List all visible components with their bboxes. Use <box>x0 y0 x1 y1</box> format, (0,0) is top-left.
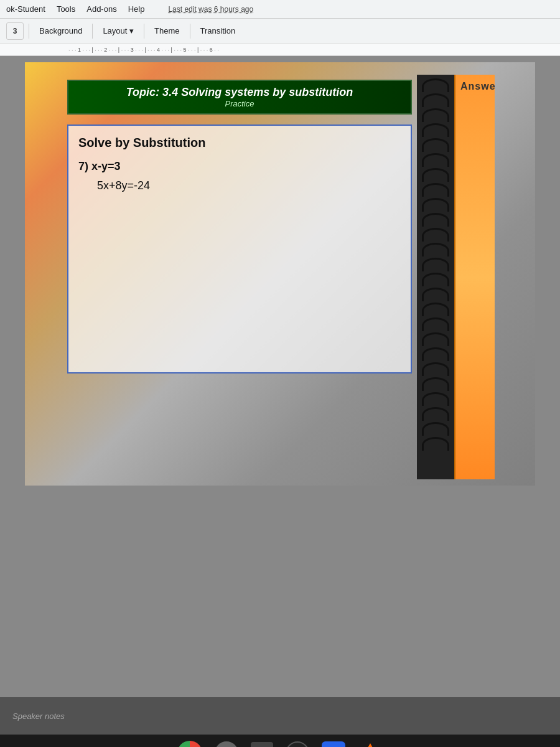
spiral-coil-20 <box>422 362 449 376</box>
apps-icon[interactable] <box>215 741 238 747</box>
spiral-coil-7 <box>422 168 449 182</box>
background-button[interactable]: Background <box>34 24 87 38</box>
chrome-icon[interactable] <box>177 741 202 747</box>
answer-text-wrapper: Answe <box>455 81 495 92</box>
content-heading: Solve by Substitution <box>78 136 401 150</box>
layout-button[interactable]: Layout ▾ <box>98 24 139 38</box>
spiral-binding <box>417 75 454 479</box>
menu-item-tools[interactable]: Tools <box>57 4 75 14</box>
spiral-coil-12 <box>422 243 449 256</box>
ruler: · · · 1 · · · | · · · 2 · · · | · · · 3 … <box>0 44 560 56</box>
problem-number: 7) x-y=3 <box>78 160 401 173</box>
spiral-coil-23 <box>422 407 449 421</box>
spiral-coil-10 <box>422 213 449 227</box>
menu-bar-left: ok-Student Tools Add-ons Help Last edit … <box>6 4 253 14</box>
topic-subtitle: Practice <box>76 99 403 108</box>
spiral-coil-6 <box>422 153 449 167</box>
topic-header: Topic: 3.4 Solving systems by substituti… <box>67 80 412 115</box>
equation: 5x+8y=-24 <box>97 179 401 192</box>
answer-side-area: Answe <box>454 75 495 479</box>
spiral-coil-19 <box>422 347 449 361</box>
transition-button[interactable]: Transition <box>195 24 241 38</box>
spiral-coil-3 <box>422 108 449 122</box>
answer-label: Answe <box>460 81 495 92</box>
menu-bar: ok-Student Tools Add-ons Help Last edit … <box>0 0 560 19</box>
menu-item-title[interactable]: ok-Student <box>6 4 45 14</box>
spiral-coil-8 <box>422 183 449 197</box>
spiral-coil-4 <box>422 123 449 137</box>
spiral-coil-22 <box>422 392 449 406</box>
toolbar-divider-4 <box>190 24 190 39</box>
clock-icon[interactable] <box>286 741 309 747</box>
spiral-coil-1 <box>422 78 449 92</box>
toolbar-divider-3 <box>144 24 144 39</box>
slide-area: Topic: 3.4 Solving systems by substituti… <box>0 56 560 697</box>
spiral-coil-15 <box>422 288 449 301</box>
spiral-coil-2 <box>422 93 449 107</box>
spiral-coil-5 <box>422 138 449 152</box>
speaker-notes-area[interactable]: Speaker notes <box>0 697 560 735</box>
slide-container[interactable]: Topic: 3.4 Solving systems by substituti… <box>25 62 535 486</box>
spiral-coil-13 <box>422 258 449 271</box>
last-edit-text: Last edit was 6 hours ago <box>168 5 253 14</box>
triangle-icon[interactable] <box>358 741 383 747</box>
toolbar-divider-1 <box>29 24 29 39</box>
taskbar: Z <box>0 735 560 747</box>
grid-icon[interactable] <box>251 742 273 747</box>
spiral-coil-21 <box>422 377 449 391</box>
topic-title: Topic: 3.4 Solving systems by substituti… <box>76 86 403 99</box>
slide-number-icon[interactable]: 3 <box>6 22 24 40</box>
menu-item-help[interactable]: Help <box>128 4 145 14</box>
ruler-marks: · · · 1 · · · | · · · 2 · · · | · · · 3 … <box>31 47 219 53</box>
spiral-coil-25 <box>422 437 449 451</box>
speaker-notes-label: Speaker notes <box>12 712 65 721</box>
spiral-coil-24 <box>422 422 449 436</box>
slide-content-layer: Topic: 3.4 Solving systems by substituti… <box>25 62 535 486</box>
spiral-coil-17 <box>422 317 449 331</box>
spiral-coil-9 <box>422 198 449 212</box>
content-box[interactable]: Solve by Substitution 7) x-y=3 5x+8y=-24 <box>67 125 412 374</box>
spiral-coil-14 <box>422 273 449 286</box>
main-page-area: Topic: 3.4 Solving systems by substituti… <box>62 75 417 479</box>
menu-item-addons[interactable]: Add-ons <box>86 4 116 14</box>
spiral-coil-11 <box>422 228 449 242</box>
zoom-icon[interactable]: Z <box>322 741 345 747</box>
toolbar: 3 Background Layout ▾ Theme Transition <box>0 19 560 44</box>
toolbar-divider-2 <box>92 24 93 39</box>
spiral-coil-18 <box>422 332 449 346</box>
theme-button[interactable]: Theme <box>149 24 184 38</box>
spiral-coil-16 <box>422 303 449 316</box>
